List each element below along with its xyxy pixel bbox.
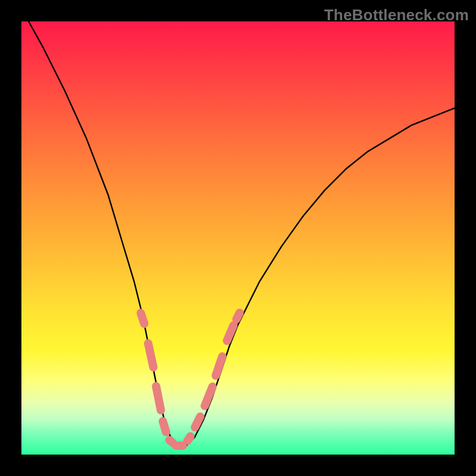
curve-line — [21, 21, 455, 446]
chart-plot-area — [21, 21, 455, 455]
watermark-text: TheBottleneck.com — [324, 6, 469, 24]
bottleneck-curve — [21, 21, 455, 455]
frame: TheBottleneck.com — [0, 0, 476, 476]
